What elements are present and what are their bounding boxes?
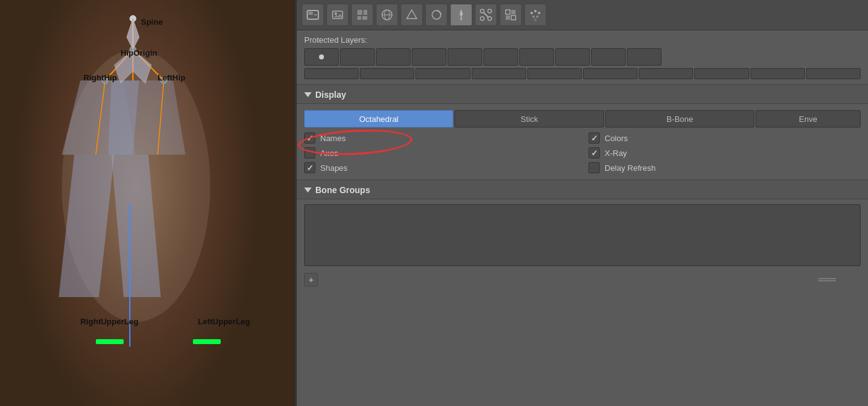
svg-point-49 bbox=[536, 15, 538, 18]
bone-label-hiporigin: HipOrigin bbox=[121, 48, 157, 58]
bone-label-leftupperleg: LeftUpperLeg bbox=[198, 317, 250, 326]
tab-bbone[interactable]: B-Bone bbox=[605, 110, 754, 127]
layer-btn-1[interactable] bbox=[304, 48, 339, 66]
svg-point-50 bbox=[534, 19, 537, 21]
toolbar-btn-bone[interactable] bbox=[475, 4, 497, 26]
layer-btn-5[interactable] bbox=[448, 48, 482, 66]
checkbox-shapes[interactable] bbox=[304, 162, 315, 173]
checkbox-axes-item: Axes bbox=[304, 147, 576, 158]
protected-layers-label: Protected Layers: bbox=[304, 35, 861, 45]
layer-btn-wide-4[interactable] bbox=[472, 68, 526, 79]
svg-rect-27 bbox=[362, 16, 367, 20]
svg-rect-24 bbox=[357, 10, 362, 15]
toolbar-btn-particles[interactable] bbox=[524, 4, 547, 26]
layer-btn-7[interactable] bbox=[519, 48, 554, 66]
checkbox-names-item: Names bbox=[304, 132, 576, 144]
display-section-title: Display bbox=[315, 90, 346, 100]
svg-rect-25 bbox=[364, 10, 367, 15]
layers-row1 bbox=[304, 48, 861, 66]
layer-btn-2[interactable] bbox=[340, 48, 375, 66]
svg-point-38 bbox=[480, 17, 484, 20]
svg-point-46 bbox=[534, 10, 537, 12]
bone-groups-section-header[interactable]: Bone Groups bbox=[297, 179, 868, 199]
tab-envelope[interactable]: Enve bbox=[755, 110, 861, 127]
tab-octahedral[interactable]: Octahedral bbox=[304, 110, 453, 127]
svg-line-40 bbox=[483, 12, 488, 17]
toolbar-btn-scene[interactable] bbox=[326, 4, 349, 26]
checkbox-colors-item: Colors bbox=[589, 132, 861, 144]
svg-rect-20 bbox=[314, 14, 317, 15]
tab-stick[interactable]: Stick bbox=[454, 110, 603, 127]
svg-point-45 bbox=[530, 12, 533, 14]
toolbar-btn-mesh[interactable] bbox=[401, 4, 423, 26]
layer-btn-4[interactable] bbox=[412, 48, 446, 66]
layer-btn-wide-2[interactable] bbox=[360, 68, 414, 79]
toolbar-btn-world[interactable] bbox=[351, 4, 373, 26]
svg-point-22 bbox=[334, 12, 337, 15]
bone-groups-add-btn[interactable]: + bbox=[304, 273, 318, 287]
toolbar-btn-object-data[interactable] bbox=[376, 4, 398, 26]
protected-layers-section: Protected Layers: bbox=[297, 30, 868, 84]
svg-rect-19 bbox=[308, 12, 313, 15]
bone-label-lefthip: LeftHip bbox=[158, 73, 185, 82]
layer-btn-10[interactable] bbox=[627, 48, 662, 66]
svg-point-47 bbox=[538, 12, 540, 14]
svg-rect-44 bbox=[511, 10, 516, 14]
panel-scroll-content[interactable]: Protected Layers: bbox=[297, 30, 868, 406]
checkbox-xray[interactable] bbox=[589, 147, 600, 158]
display-checkboxes: Names Colors Axes X-Ray bbox=[297, 132, 868, 173]
bone-groups-section-title: Bone Groups bbox=[315, 185, 370, 195]
layer-btn-wide-6[interactable] bbox=[583, 68, 637, 79]
properties-panel: Protected Layers: bbox=[297, 0, 868, 406]
toolbar-btn-constraints[interactable] bbox=[500, 4, 522, 26]
checkbox-delay-refresh-label: Delay Refresh bbox=[605, 163, 655, 173]
display-section-header[interactable]: Display bbox=[297, 84, 868, 104]
bone-groups-collapse-icon bbox=[304, 188, 312, 192]
svg-rect-43 bbox=[506, 15, 510, 20]
checkboxes-container: Names Colors Axes X-Ray bbox=[297, 132, 868, 173]
green-bar-left bbox=[193, 339, 221, 344]
layer-btn-6[interactable] bbox=[483, 48, 518, 66]
layer-btn-wide-5[interactable] bbox=[527, 68, 582, 79]
toolbar-btn-material[interactable] bbox=[425, 4, 448, 26]
layer-btn-8[interactable] bbox=[555, 48, 590, 66]
layer-btn-wide-3[interactable] bbox=[415, 68, 470, 79]
layer-btn-wide-9[interactable] bbox=[751, 68, 805, 79]
svg-marker-16 bbox=[127, 19, 139, 50]
layer-btn-wide-7[interactable] bbox=[639, 68, 693, 79]
layer-btn-3[interactable] bbox=[376, 48, 411, 66]
layer-btn-9[interactable] bbox=[591, 48, 626, 66]
properties-toolbar bbox=[297, 0, 868, 30]
checkbox-delay-refresh-item: Delay Refresh bbox=[589, 162, 861, 173]
checkbox-names[interactable] bbox=[304, 132, 315, 144]
bone-label-rightupperleg: RightUpperLeg bbox=[80, 317, 138, 326]
layer-btn-wide-1[interactable] bbox=[304, 68, 359, 79]
display-collapse-icon bbox=[304, 92, 312, 97]
checkbox-shapes-label: Shapes bbox=[320, 163, 347, 173]
green-bar-right bbox=[96, 339, 124, 344]
checkbox-shapes-item: Shapes bbox=[304, 162, 576, 173]
bone-groups-footer: + ══ bbox=[304, 270, 861, 289]
panel-separator bbox=[295, 0, 297, 406]
layer-btn-wide-10[interactable] bbox=[806, 68, 861, 79]
bone-label-righthip: RightHip bbox=[83, 73, 117, 82]
checkbox-axes-label: Axes bbox=[320, 149, 338, 158]
toolbar-btn-render[interactable] bbox=[302, 4, 324, 26]
toolbar-btn-armature-active[interactable] bbox=[450, 4, 472, 26]
skeleton-overlay bbox=[0, 0, 297, 406]
svg-rect-41 bbox=[506, 10, 510, 14]
bone-groups-list bbox=[304, 204, 861, 266]
checkbox-colors[interactable] bbox=[589, 132, 600, 144]
layer-btn-wide-8[interactable] bbox=[694, 68, 749, 79]
checkbox-xray-label: X-Ray bbox=[605, 149, 627, 158]
checkbox-axes[interactable] bbox=[304, 147, 315, 158]
svg-marker-31 bbox=[407, 10, 417, 19]
checkbox-colors-label: Colors bbox=[605, 134, 628, 143]
viewport-3d: Spine HipOrigin RightHip LeftHip RightUp… bbox=[0, 0, 297, 406]
bone-groups-footer-lines: ══ bbox=[819, 272, 836, 287]
bone-groups-content: + ══ bbox=[297, 199, 868, 294]
checkbox-delay-refresh[interactable] bbox=[589, 162, 600, 173]
svg-point-48 bbox=[532, 15, 535, 18]
checkbox-xray-item: X-Ray bbox=[589, 147, 861, 158]
bone-label-spine: Spine bbox=[141, 17, 163, 27]
